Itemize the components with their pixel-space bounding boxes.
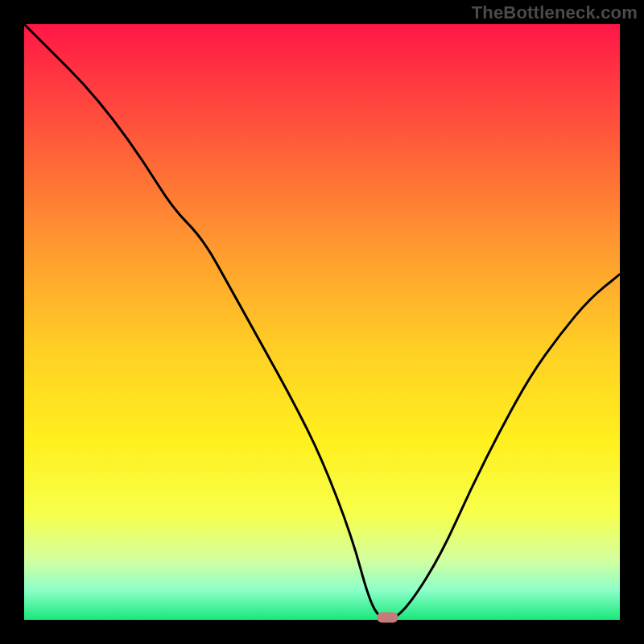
chart-root: TheBottleneck.com — [0, 0, 644, 644]
plot-background — [24, 24, 620, 620]
minimum-marker — [377, 613, 398, 623]
chart-svg — [0, 0, 644, 644]
watermark-text: TheBottleneck.com — [472, 2, 638, 23]
